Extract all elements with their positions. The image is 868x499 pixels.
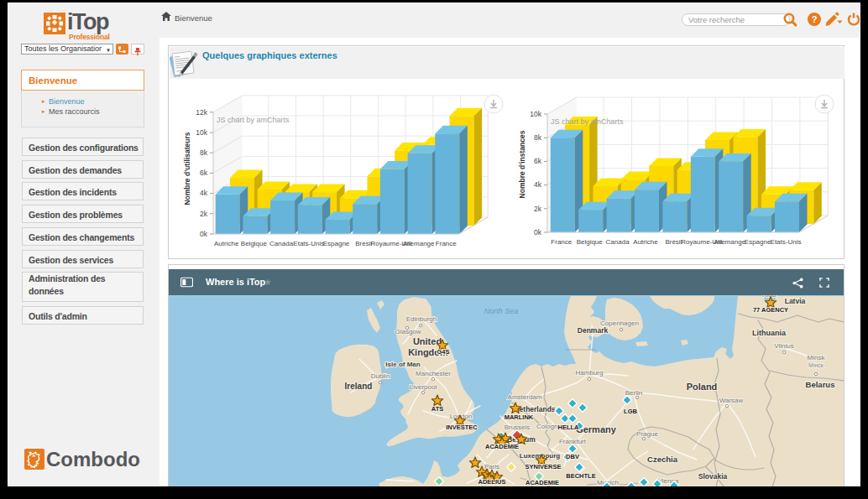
- svg-text:77 AGENCY: 77 AGENCY: [753, 306, 788, 314]
- svg-text:2k: 2k: [534, 205, 542, 213]
- svg-text:8k: 8k: [534, 133, 542, 142]
- svg-text:United: United: [413, 336, 442, 346]
- svg-text:Dublin: Dublin: [371, 372, 390, 380]
- svg-text:Autriche: Autriche: [633, 238, 658, 246]
- svg-text:6k: 6k: [534, 157, 542, 165]
- svg-text:North Sea: North Sea: [484, 307, 519, 315]
- svg-text:Autriche: Autriche: [214, 240, 239, 247]
- svg-text:Poland: Poland: [687, 382, 718, 392]
- svg-text:Prague: Prague: [636, 430, 658, 438]
- svg-text:SYNIVERSE: SYNIVERSE: [526, 463, 562, 470]
- svg-text:Canada: Canada: [269, 240, 294, 247]
- svg-text:Allemange: Allemange: [714, 238, 745, 246]
- svg-text:Belgique: Belgique: [577, 238, 604, 246]
- svg-text:Warsaw: Warsaw: [719, 397, 744, 404]
- svg-text:10k: 10k: [530, 110, 541, 118]
- svg-text:Etats-Unis: Etats-Unis: [293, 240, 324, 247]
- svg-text:Allemange: Allemange: [403, 240, 435, 247]
- svg-text:DBV: DBV: [566, 453, 579, 460]
- svg-text:ATS: ATS: [431, 405, 443, 413]
- svg-text:Belarus: Belarus: [806, 380, 835, 389]
- svg-text:MARLINK: MARLINK: [505, 413, 534, 421]
- svg-text:Ireland: Ireland: [345, 382, 373, 391]
- svg-text:Isle of Man: Isle of Man: [385, 361, 420, 368]
- svg-text:Slovakia: Slovakia: [698, 472, 728, 481]
- svg-text:8k: 8k: [200, 148, 208, 157]
- svg-text:Espagne: Espagne: [745, 238, 771, 246]
- svg-text:JS chart by amCharts: JS chart by amCharts: [217, 116, 290, 124]
- svg-text:Copenhagen: Copenhagen: [600, 320, 639, 327]
- svg-text:Мінск: Мінск: [808, 362, 824, 368]
- svg-text:France: France: [551, 238, 572, 246]
- svg-text:Vilnius: Vilnius: [774, 342, 793, 350]
- svg-text:4k: 4k: [200, 189, 208, 197]
- svg-text:Latvia: Latvia: [785, 297, 806, 305]
- svg-text:Nombre d'utilisateurs: Nombre d'utilisateurs: [183, 132, 191, 205]
- svg-text:0k: 0k: [200, 230, 208, 238]
- svg-text:Liverpool: Liverpool: [410, 383, 437, 391]
- svg-text:Czechia: Czechia: [647, 455, 678, 464]
- svg-text:Manchester: Manchester: [416, 370, 451, 377]
- svg-text:Belgique: Belgique: [241, 240, 268, 247]
- svg-text:Etats-Unis: Etats-Unis: [771, 238, 802, 246]
- svg-text:12k: 12k: [196, 108, 207, 117]
- svg-text:Brésil: Brésil: [355, 240, 372, 247]
- svg-text:Espagne: Espagne: [323, 240, 350, 247]
- svg-text:Edinburgh: Edinburgh: [406, 315, 437, 323]
- svg-text:6k: 6k: [200, 169, 208, 177]
- svg-text:France: France: [436, 240, 457, 247]
- svg-text:4k: 4k: [534, 180, 542, 189]
- svg-text:Lithuania: Lithuania: [752, 329, 787, 337]
- svg-text:10k: 10k: [196, 128, 207, 137]
- svg-text:LGB: LGB: [624, 408, 637, 415]
- svg-text:INVESTEC: INVESTEC: [446, 424, 478, 431]
- svg-text:HELLA: HELLA: [558, 424, 580, 431]
- svg-text:Canada: Canada: [606, 238, 630, 246]
- svg-text:Hamburg: Hamburg: [576, 369, 604, 377]
- svg-text:ADELIUS: ADELIUS: [478, 478, 506, 486]
- svg-text:Amsterdam: Amsterdam: [508, 393, 542, 401]
- svg-text:?: ?: [812, 14, 818, 24]
- svg-text:Nombre d'instances: Nombre d'instances: [518, 130, 526, 198]
- svg-text:Brésil: Brésil: [665, 238, 682, 246]
- svg-text:0k: 0k: [534, 228, 542, 237]
- svg-text:ACADEMIE: ACADEMIE: [526, 479, 559, 486]
- svg-text:2k: 2k: [200, 210, 208, 218]
- svg-text:G4S: G4S: [437, 348, 449, 356]
- svg-text:Denmark: Denmark: [578, 326, 609, 335]
- svg-text:ACADEMIE: ACADEMIE: [485, 443, 519, 450]
- svg-text:JS chart by amCharts: JS chart by amCharts: [551, 117, 624, 126]
- svg-text:BECHTLE: BECHTLE: [566, 472, 595, 480]
- svg-text:Riga: Riga: [762, 295, 776, 299]
- svg-text:Minsk: Minsk: [808, 354, 826, 361]
